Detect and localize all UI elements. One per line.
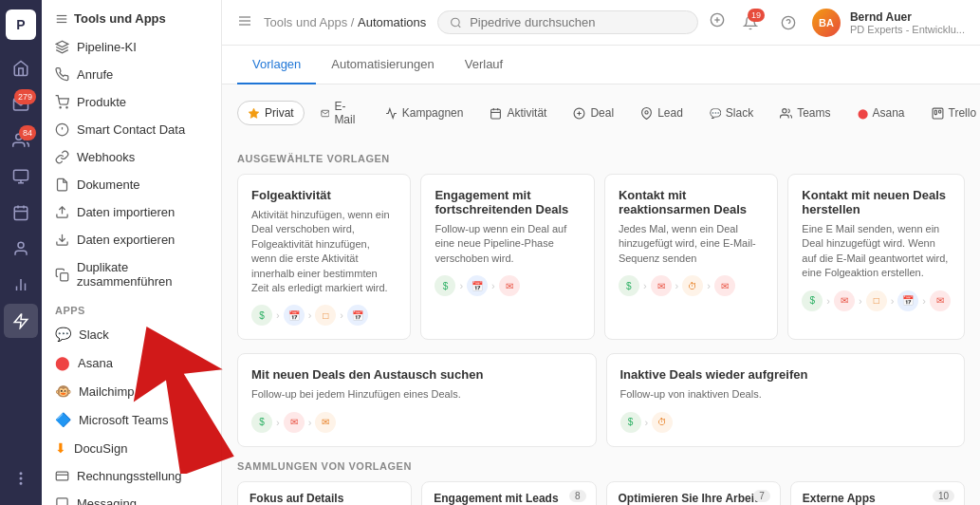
tab-vorlagen[interactable]: Vorlagen — [237, 46, 316, 84]
template-card-austausch[interactable]: Mit neuen Deals den Austausch suchen Fol… — [237, 353, 597, 446]
card-desc: Jedes Mal, wenn ein Deal hinzugefügt wir… — [619, 222, 764, 266]
collections-label: SAMMLUNGEN VON VORLAGEN — [237, 460, 965, 472]
collection-card-fokus[interactable]: Fokus auf Details Halten Sie alles auf d… — [237, 481, 412, 505]
sidebar-item-slack[interactable]: 💬 Slack — [42, 320, 221, 348]
svg-point-10 — [20, 477, 22, 479]
card-icons: $ › ✉ › ✉ — [251, 412, 582, 433]
sidebar-item-mailchimp[interactable]: 🐵 Mailchimp — [42, 377, 221, 405]
selected-templates-label: AUSGEWÄHLTE VORLAGEN — [237, 153, 965, 164]
tab-automatisierungen[interactable]: Automatisierungen — [316, 46, 449, 84]
notif-badge: 19 — [748, 9, 765, 22]
trello-icon — [932, 107, 944, 120]
collection-card-optimieren[interactable]: Optimieren Sie Ihre Arbeit Rationalisier… — [606, 481, 781, 505]
sidebar-item-label: Pipeline-KI — [77, 40, 137, 54]
filter-email[interactable]: E-Mail — [310, 94, 369, 132]
sidebar-item-label: DocuSign — [74, 441, 127, 456]
teams-icon — [780, 107, 792, 120]
sidebar-item-docusign[interactable]: ⬇ DocuSign — [42, 434, 221, 462]
nav-icon-deals[interactable] — [4, 159, 38, 194]
collections-grid: Fokus auf Details Halten Sie alles auf d… — [237, 481, 965, 505]
template-card-folgeaktivitat[interactable]: Folgeaktivität Aktivität hinzufügen, wen… — [237, 174, 411, 340]
sidebar-item-smart-contact[interactable]: Smart Contact Data — [42, 116, 221, 143]
sidebar-item-asana[interactable]: ⬤ Asana — [42, 348, 221, 377]
template-card-engagement[interactable]: Engagement mit fortschreitenden Deals Fo… — [420, 174, 594, 340]
sidebar-item-pipeline-ki[interactable]: Pipeline-KI — [42, 33, 221, 61]
nav-icon-contacts[interactable] — [4, 232, 38, 266]
nav-icon-activities[interactable] — [4, 196, 38, 230]
tab-verlauf[interactable]: Verlauf — [450, 46, 518, 84]
card-desc: Aktivität hinzufügen, wenn ein Deal vers… — [251, 208, 397, 295]
sidebar-item-produkte[interactable]: Produkte — [42, 88, 221, 116]
sidebar-item-dokumente[interactable]: Dokumente — [42, 171, 221, 198]
card-desc: Follow-up bei jedem Hinzufügen eines Dea… — [251, 387, 582, 402]
nav-icon-email[interactable]: 279 — [4, 87, 38, 122]
leads-badge: 84 — [19, 125, 36, 140]
page-tabs: Vorlagen Automatisierungen Verlauf — [222, 46, 980, 84]
sidebar-item-label: Smart Contact Data — [77, 122, 185, 137]
calendar-icon — [490, 107, 502, 120]
filter-deal[interactable]: Deal — [563, 101, 624, 125]
template-card-kontakt-neu[interactable]: Kontakt mit neuen Deals herstellen Eine … — [787, 174, 965, 340]
card-desc: Follow-up wenn ein Deal auf eine neue Pi… — [435, 222, 580, 266]
filter-aktivitat[interactable]: Aktivität — [479, 101, 557, 125]
asana-icon: ⬤ — [858, 108, 868, 119]
sidebar-item-rechnungsstellung[interactable]: Rechnungsstellung — [42, 462, 221, 490]
sidebar-item-label: Rechnungsstellung — [77, 469, 182, 483]
sidebar-item-label: Dokumente — [77, 178, 139, 192]
template-card-kontakt-reaktionsarm[interactable]: Kontakt mit reaktionsarmen Deals Jedes M… — [604, 174, 778, 340]
sidebar-item-teams[interactable]: 🔷 Microsoft Teams — [42, 405, 221, 434]
svg-rect-2 — [14, 207, 28, 220]
collection-card-externe-apps[interactable]: Externe Apps Verknüpfen Sie Pipedrive mi… — [790, 481, 965, 505]
sidebar-item-webhooks[interactable]: Webhooks — [42, 143, 221, 171]
svg-point-6 — [18, 242, 24, 248]
template-card-inaktiv[interactable]: Inaktive Deals wieder aufgreifen Follow-… — [606, 353, 966, 446]
filter-slack[interactable]: 💬 Slack — [699, 101, 764, 125]
filter-lead[interactable]: Lead — [630, 101, 693, 125]
email-icon — [321, 107, 330, 120]
card-title: Inaktive Deals wieder aufgreifen — [620, 367, 952, 382]
filter-trello[interactable]: Trello — [921, 101, 980, 125]
svg-rect-46 — [933, 108, 943, 119]
deal-icon — [573, 107, 585, 120]
svg-point-45 — [783, 108, 786, 112]
filter-tabs: Privat E-Mail Kampagnen Aktivität Deal L… — [222, 84, 980, 141]
filter-privat[interactable]: Privat — [237, 101, 305, 125]
card-desc: Eine E Mail senden, wenn ein Deal hinzug… — [802, 222, 951, 281]
nav-icon-home[interactable] — [4, 51, 38, 85]
user-name: Bernd Auer — [850, 10, 965, 24]
topbar: Tools und Apps / Automations 19 BA Bernd… — [222, 0, 980, 46]
hamburger-button[interactable] — [237, 13, 252, 31]
apps-section-label: APPS — [42, 295, 221, 320]
nav-icon-automations[interactable] — [4, 304, 38, 338]
nav-icon-reports[interactable] — [4, 268, 38, 302]
avatar[interactable]: BA — [812, 9, 841, 37]
sidebar-item-import[interactable]: Daten importieren — [42, 198, 221, 226]
breadcrumb: Tools und Apps / Automations — [264, 15, 426, 29]
sidebar-item-messaging[interactable]: Messaging — [42, 490, 221, 505]
svg-point-29 — [452, 18, 460, 27]
sidebar-item-anrufe[interactable]: Anrufe — [42, 61, 221, 88]
search-box[interactable] — [437, 10, 698, 34]
user-info[interactable]: Bernd Auer PD Experts - Entwicklu... — [850, 10, 965, 35]
card-title: Kontakt mit neuen Deals herstellen — [802, 188, 951, 216]
nav-icon-leads[interactable]: 84 — [4, 123, 38, 158]
filter-teams[interactable]: Teams — [769, 101, 841, 125]
filter-asana[interactable]: ⬤ Asana — [847, 101, 915, 125]
notifications-button[interactable]: 19 — [736, 9, 765, 37]
sidebar-item-duplikate[interactable]: Duplikate zusammenführen — [42, 253, 221, 295]
card-title: Kontakt mit reaktionsarmen Deals — [619, 188, 764, 216]
filter-kampagnen[interactable]: Kampagnen — [375, 101, 474, 125]
sidebar-item-export[interactable]: Daten exportieren — [42, 226, 221, 253]
topbar-right: 19 BA Bernd Auer PD Experts - Entwicklu.… — [736, 9, 965, 37]
nav-icon-more[interactable] — [4, 461, 38, 496]
svg-point-12 — [20, 483, 22, 485]
search-input[interactable] — [470, 15, 686, 29]
email-badge: 279 — [14, 89, 36, 104]
app-logo[interactable]: P — [6, 9, 36, 40]
help-button[interactable] — [774, 9, 803, 37]
add-button[interactable] — [710, 12, 725, 32]
svg-point-44 — [645, 110, 648, 113]
collection-card-leads[interactable]: Engagement mit Leads Halten Sie Ihre Lea… — [421, 481, 596, 505]
template-cards-row2: Mit neuen Deals den Austausch suchen Fol… — [237, 353, 965, 446]
card-title: Mit neuen Deals den Austausch suchen — [251, 367, 582, 382]
